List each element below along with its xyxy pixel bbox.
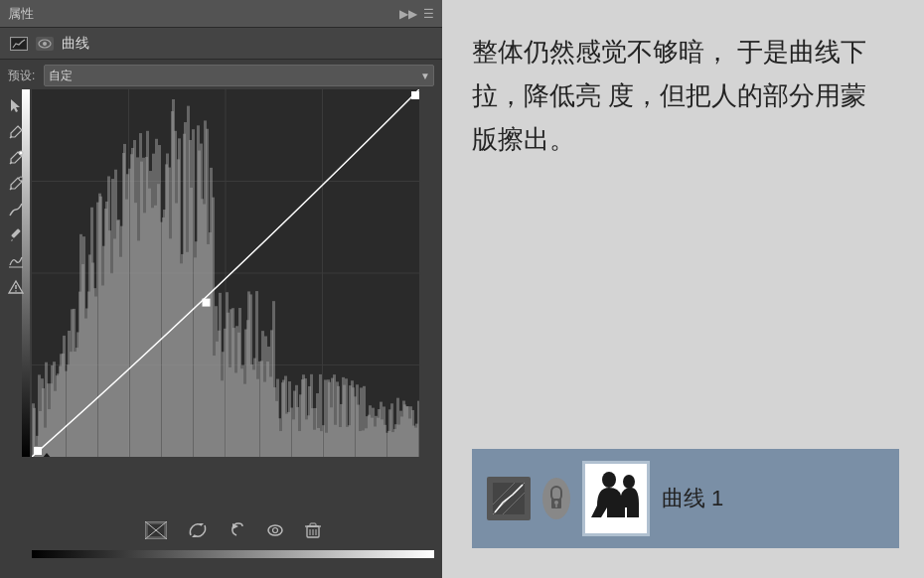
bottom-view-icon[interactable] [266, 521, 284, 543]
svg-rect-20 [310, 523, 316, 526]
curves-histogram[interactable] [32, 89, 419, 457]
svg-point-16 [268, 525, 282, 535]
curves-titlebar: 曲线 [0, 28, 442, 60]
tool-warning[interactable] [4, 276, 28, 298]
tool-pencil[interactable] [4, 224, 28, 246]
svg-line-6 [10, 188, 12, 190]
bottom-rotate-icon[interactable] [187, 521, 209, 543]
bottom-delete-icon[interactable] [304, 521, 322, 543]
panel-header-controls: ▶▶ ☰ [399, 7, 434, 21]
svg-point-11 [15, 290, 17, 292]
bottom-undo-icon[interactable] [229, 521, 246, 543]
svg-point-34 [623, 475, 635, 489]
svg-line-3 [10, 136, 12, 138]
expand-icon[interactable]: ▶▶ [399, 7, 417, 21]
svg-point-5 [19, 151, 23, 155]
tool-eyedropper-1[interactable] [4, 121, 28, 143]
svg-point-17 [272, 528, 277, 533]
mini-label: 曲线 1 [662, 484, 723, 513]
preset-select[interactable]: 自定 [44, 65, 434, 86]
visibility-icon[interactable] [36, 37, 54, 51]
properties-panel: 属性 ▶▶ ☰ 曲线 预设: 自定 ▼ [0, 0, 442, 578]
bottom-toolbar [32, 516, 434, 548]
bottom-mask-icon[interactable] [145, 521, 167, 543]
svg-rect-8 [11, 228, 21, 238]
menu-icon[interactable]: ☰ [423, 7, 434, 21]
horizontal-gradient [32, 550, 434, 558]
svg-point-2 [43, 42, 47, 46]
tool-eyedropper-3[interactable] [4, 173, 28, 195]
svg-point-7 [19, 177, 23, 181]
preset-row: 预设: 自定 ▼ [0, 60, 442, 91]
tool-pointer[interactable] [4, 95, 28, 117]
svg-rect-28 [551, 487, 561, 501]
panel-title: 属性 [8, 5, 34, 23]
panel-header: 属性 ▶▶ ☰ [0, 0, 442, 28]
svg-line-4 [10, 162, 12, 164]
adjustment-icon [10, 37, 28, 51]
tools-sidebar [0, 89, 32, 304]
svg-point-33 [602, 472, 616, 488]
svg-point-30 [554, 501, 558, 505]
description-text: 整体仍然感觉不够暗， 于是曲线下拉，降低亮 度，但把人的部分用蒙 版擦出。 [472, 30, 894, 162]
tool-eyedropper-2[interactable] [4, 147, 28, 169]
mini-curves-icon[interactable] [487, 477, 531, 520]
mini-thumbnail[interactable] [582, 461, 650, 536]
preset-label: 预设: [8, 68, 36, 84]
link-icon[interactable] [542, 478, 570, 519]
tool-curve[interactable] [4, 199, 28, 220]
tool-smooth[interactable] [4, 250, 28, 272]
mini-panel: 曲线 1 [472, 449, 899, 548]
curves-title: 曲线 [62, 35, 89, 53]
